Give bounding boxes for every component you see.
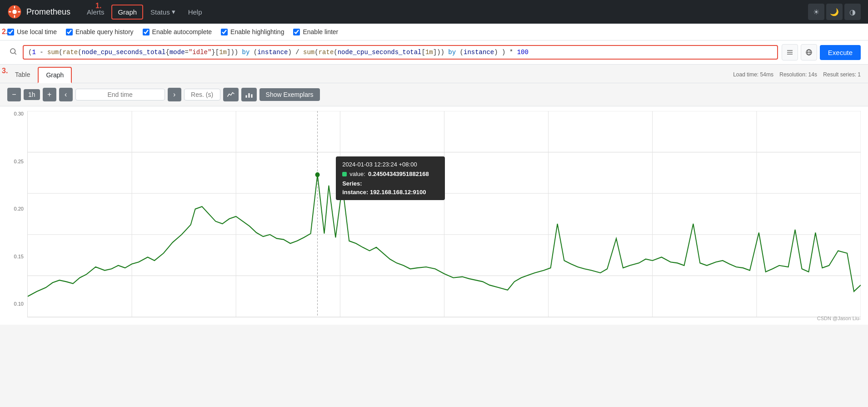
show-exemplars-btn[interactable]: Show Exemplars — [259, 88, 320, 101]
line-chart-icon — [227, 91, 235, 98]
line-chart-btn[interactable] — [223, 88, 239, 101]
y-label-0: 0.30 — [14, 111, 24, 116]
time-decrease-btn[interactable]: − — [7, 88, 21, 101]
theme-light-btn[interactable]: ☀ — [808, 4, 824, 20]
enable-linter-option[interactable]: Enable linter — [293, 28, 338, 35]
dropdown-arrow-icon: ▾ — [172, 8, 175, 16]
enable-query-history-option[interactable]: Enable query history — [66, 28, 134, 35]
options-toolbar: Use local time Enable query history Enab… — [0, 24, 868, 40]
enable-query-history-label: Enable query history — [75, 28, 134, 35]
svg-rect-14 — [245, 95, 247, 98]
load-info: Load time: 54ms Resolution: 14s Result s… — [733, 71, 861, 78]
enable-linter-label: Enable linter — [303, 28, 338, 35]
svg-rect-5 — [18, 11, 20, 12]
nav-help[interactable]: Help — [183, 5, 208, 19]
enable-linter-checkbox[interactable] — [293, 29, 300, 35]
query-input-wrapper[interactable]: (1 - sum(rate(node_cpu_seconds_total{mod… — [23, 45, 778, 60]
search-icon-btn[interactable] — [7, 45, 19, 59]
y-label-3: 0.15 — [14, 254, 24, 259]
nav-graph[interactable]: Graph — [111, 5, 143, 20]
svg-rect-3 — [14, 15, 15, 18]
enable-highlighting-checkbox[interactable] — [221, 29, 228, 35]
watermark: CSDN @Jason Liu- — [817, 316, 861, 321]
annotation-3: 3. — [2, 67, 8, 75]
execute-button[interactable]: Execute — [820, 45, 861, 60]
y-label-4: 0.10 — [14, 301, 24, 307]
use-local-time-option[interactable]: Use local time — [7, 28, 57, 35]
time-increase-btn[interactable]: + — [43, 88, 56, 101]
tab-graph[interactable]: Graph — [38, 67, 72, 83]
svg-rect-2 — [14, 6, 15, 9]
query-actions: Execute — [782, 44, 861, 60]
y-label-1: 0.25 — [14, 159, 24, 164]
enable-autocomplete-option[interactable]: Enable autocomplete — [143, 28, 212, 35]
enable-autocomplete-checkbox[interactable] — [143, 29, 150, 35]
resolution-input[interactable] — [184, 89, 220, 100]
app-name: Prometheus — [26, 7, 70, 17]
svg-rect-15 — [248, 93, 249, 98]
list-icon — [786, 49, 793, 56]
bar-chart-icon — [245, 91, 253, 98]
chart-svg — [28, 111, 861, 317]
y-axis: 0.30 0.25 0.20 0.15 0.10 — [0, 111, 27, 307]
resolution: Resolution: 14s — [779, 71, 817, 78]
search-icon — [9, 47, 17, 55]
svg-rect-4 — [9, 11, 11, 12]
svg-point-6 — [10, 49, 15, 54]
enable-query-history-checkbox[interactable] — [66, 29, 73, 35]
tabs: Table Graph — [7, 66, 72, 83]
tabs-row: Table Graph Load time: 54ms Resolution: … — [0, 65, 868, 83]
nav-status[interactable]: Status ▾ — [145, 5, 181, 19]
annotation-2: 2. — [2, 28, 8, 36]
brand: Prometheus — [7, 5, 70, 19]
chart-inner: 2024-01-03 12:23:24 +08:00 value: 0.2450… — [27, 111, 861, 317]
chart-container: 0.30 0.25 0.20 0.15 0.10 — [0, 106, 868, 325]
load-time: Load time: 54ms — [733, 71, 773, 78]
enable-autocomplete-label: Enable autocomplete — [152, 28, 212, 35]
use-local-time-label: Use local time — [17, 28, 57, 35]
svg-point-1 — [12, 10, 17, 14]
query-globe-btn[interactable] — [801, 44, 817, 60]
end-time-input[interactable] — [75, 89, 165, 100]
navbar-right-icons: ☀ 🌙 ◑ — [808, 4, 861, 20]
globe-icon — [805, 49, 813, 56]
enable-highlighting-option[interactable]: Enable highlighting — [221, 28, 284, 35]
navbar: Prometheus Alerts Graph Status ▾ Help ☀ … — [0, 0, 868, 24]
use-local-time-checkbox[interactable] — [7, 29, 14, 35]
enable-highlighting-label: Enable highlighting — [230, 28, 284, 35]
tab-table[interactable]: Table — [7, 67, 38, 83]
prometheus-logo — [7, 5, 22, 19]
data-point-marker — [315, 172, 320, 177]
time-range-label: 1h — [24, 89, 40, 100]
bar-chart-btn[interactable] — [241, 88, 257, 101]
result-series: Result series: 1 — [823, 71, 861, 78]
time-next-btn[interactable]: › — [168, 88, 181, 101]
svg-rect-16 — [251, 94, 252, 98]
y-label-2: 0.20 — [14, 206, 24, 211]
query-area: (1 - sum(rate(node_cpu_seconds_total{mod… — [0, 40, 868, 65]
theme-dark-btn[interactable]: 🌙 — [826, 4, 843, 20]
query-list-btn[interactable] — [782, 44, 798, 60]
query-text: (1 - sum(rate(node_cpu_seconds_total{mod… — [28, 49, 529, 56]
time-prev-btn[interactable]: ‹ — [59, 88, 73, 101]
svg-line-7 — [15, 53, 16, 54]
theme-contrast-btn[interactable]: ◑ — [844, 4, 861, 20]
annotation-1: 1. — [95, 2, 101, 10]
graph-toolbar: − 1h + ‹ › Show Exemplars — [0, 83, 868, 106]
